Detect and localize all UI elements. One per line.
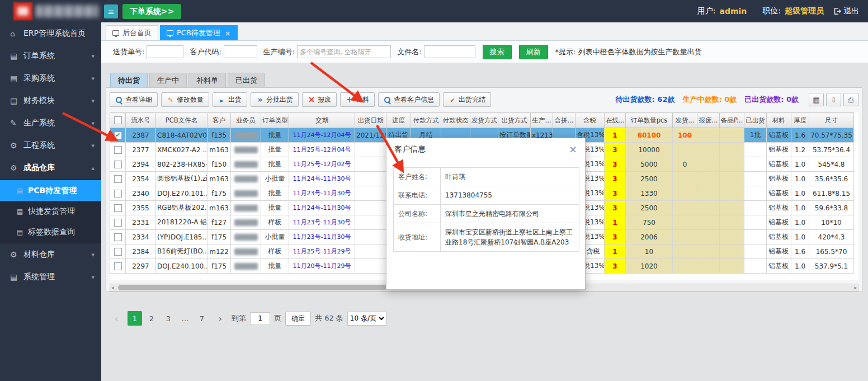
column-header[interactable]: 发货...: [673, 113, 697, 128]
toolbar-button[interactable]: 修改数量: [161, 92, 209, 107]
cell: [231, 172, 261, 186]
production-no-input[interactable]: [297, 45, 391, 58]
select-all-checkbox[interactable]: [114, 116, 122, 124]
cell: [697, 128, 720, 143]
sidebar-subitem[interactable]: ▤标签数据查询: [0, 222, 101, 242]
column-header[interactable]: 交期: [289, 113, 355, 128]
row-checkbox[interactable]: [114, 204, 122, 212]
sidebar-item[interactable]: ⚙工程系统▾: [0, 134, 101, 157]
sidebar-item[interactable]: ✎生产系统▾: [0, 112, 101, 134]
row-checkbox[interactable]: [114, 233, 122, 241]
column-header[interactable]: 业务员: [231, 113, 261, 128]
customer-info-label: 客户姓名:: [394, 168, 441, 186]
page-button[interactable]: 1: [128, 311, 142, 326]
column-header[interactable]: 尺寸: [809, 113, 854, 128]
column-header[interactable]: 厚度: [791, 113, 809, 128]
column-header[interactable]: 发货方式: [470, 113, 498, 128]
row-checkbox[interactable]: [114, 248, 122, 256]
toolbar-button[interactable]: 报废: [302, 92, 337, 107]
sidebar-item[interactable]: ⌂ERP管理系统首页: [0, 22, 101, 45]
sidebar-item[interactable]: ⚙成品仓库▴: [0, 157, 101, 179]
sidebar-item[interactable]: ▤采购系统▾: [0, 67, 101, 90]
customer-info-label: 公司名称:: [394, 205, 441, 223]
column-header[interactable]: 付款状态: [441, 113, 470, 128]
sidebar-item[interactable]: ▤系统管理▾: [0, 266, 101, 288]
filename-input[interactable]: [424, 45, 475, 58]
status-tab[interactable]: 补料单: [188, 73, 226, 87]
customer-code-input[interactable]: [224, 45, 257, 58]
column-header[interactable]: 客户: [207, 113, 231, 128]
row-checkbox[interactable]: [114, 190, 122, 197]
column-header[interactable]: 报废...: [697, 113, 720, 128]
column-header[interactable]: 订单类型: [261, 113, 289, 128]
cell: [673, 215, 697, 230]
logout-button[interactable]: 退出: [833, 6, 859, 16]
scroll-right-icon[interactable]: ▸: [854, 284, 857, 291]
column-header[interactable]: 付款方式: [411, 113, 441, 128]
toolbar-button[interactable]: 补料: [340, 92, 375, 107]
toolbar-button[interactable]: 查看客户信息: [378, 92, 440, 107]
caret-down-icon: ▾: [91, 97, 95, 105]
cell: [231, 259, 261, 274]
export-icon[interactable]: ⇩: [826, 93, 841, 106]
toolbar-button[interactable]: 出货完结: [443, 92, 491, 107]
row-checkbox[interactable]: ✔: [114, 131, 122, 139]
close-icon[interactable]: ×: [569, 144, 577, 154]
scroll-left-icon[interactable]: ◂: [111, 284, 114, 291]
cell: 1.0: [791, 201, 809, 215]
column-header[interactable]: 出货方式: [498, 113, 531, 128]
content-tab[interactable]: PCB待发管理×: [160, 25, 238, 40]
print-icon[interactable]: ⎙: [843, 93, 858, 106]
next-page-button[interactable]: ›: [213, 311, 228, 326]
content-tab[interactable]: 后台首页: [106, 25, 158, 40]
delivery-no-input[interactable]: [147, 45, 183, 58]
row-checkbox[interactable]: [114, 219, 122, 227]
toolbar: 查看详细修改数量出货分批出货报废补料查看客户信息出货完结 待出货款数: 62款生…: [110, 92, 858, 107]
column-header[interactable]: 生产...: [531, 113, 553, 128]
toolbar-button[interactable]: 查看详细: [110, 92, 158, 107]
user-label: 用户:: [697, 6, 716, 16]
confirm-button[interactable]: 确定: [285, 312, 311, 326]
column-header[interactable]: 含税: [575, 113, 605, 128]
column-header[interactable]: 流水号: [126, 113, 156, 128]
status-tab[interactable]: 生产中: [149, 73, 187, 87]
refresh-button[interactable]: 刷新: [519, 45, 548, 59]
toolbar-button[interactable]: 出货: [213, 92, 247, 107]
cell: [720, 172, 744, 186]
column-header[interactable]: 备品P...: [720, 113, 744, 128]
page-button[interactable]: 2: [144, 311, 159, 326]
status-tab[interactable]: 已出货: [228, 73, 265, 87]
hamburger-menu-button[interactable]: ≡: [104, 4, 118, 18]
prev-page-button[interactable]: ‹: [109, 311, 124, 326]
sidebar-subitem[interactable]: ▤PCB待发管理: [0, 180, 101, 201]
toolbar-button[interactable]: 分批出货: [251, 92, 299, 107]
sidebar-subitem[interactable]: ▤快捷发货管理: [0, 201, 101, 222]
sidebar-item[interactable]: ⚙材料仓库▾: [0, 243, 101, 266]
column-header[interactable]: 出货日期: [355, 113, 386, 128]
cell: 11月25号-12月04号: [289, 143, 355, 157]
page-button[interactable]: 7: [195, 311, 209, 326]
page-size-select[interactable]: 10 条/页: [347, 312, 386, 326]
row-checkbox[interactable]: [114, 175, 122, 183]
column-header[interactable]: 已出货: [744, 113, 767, 128]
column-header[interactable]: 材料: [767, 113, 791, 128]
page-button[interactable]: 3: [161, 311, 176, 326]
sidebar-item[interactable]: ▤订单系统▾: [0, 45, 101, 67]
cell: 1.0: [791, 259, 809, 274]
goto-page-input[interactable]: [250, 312, 270, 325]
status-tab[interactable]: 待出货: [110, 73, 148, 87]
column-header[interactable]: 合拼...: [553, 113, 575, 128]
column-header[interactable]: 订单数量pcs: [626, 113, 673, 128]
row-checkbox[interactable]: [114, 146, 122, 154]
column-grid-icon[interactable]: ▦: [809, 93, 824, 106]
row-checkbox[interactable]: [114, 161, 122, 168]
order-system-button[interactable]: 下单系统>>: [122, 4, 181, 19]
search-button[interactable]: 搜索: [483, 45, 512, 59]
sidebar-item[interactable]: ▤财务模块▾: [0, 90, 101, 112]
column-header[interactable]: 进度: [386, 113, 411, 128]
scrollbar-thumb[interactable]: [118, 285, 386, 290]
column-header[interactable]: 在线...: [605, 113, 626, 128]
row-checkbox[interactable]: [114, 262, 122, 270]
tab-close-icon[interactable]: ×: [225, 29, 231, 37]
column-header[interactable]: PCB文件名: [156, 113, 207, 128]
